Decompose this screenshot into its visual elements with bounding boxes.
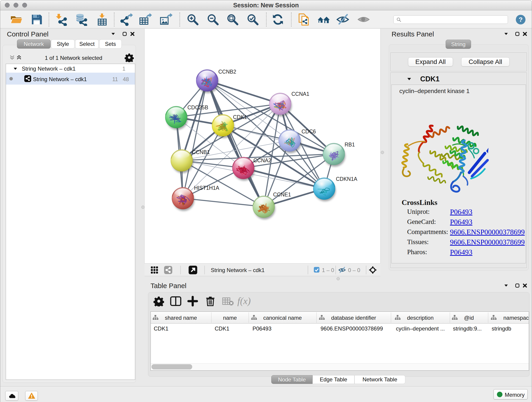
svg-text:CCNA2: CCNA2: [253, 157, 271, 163]
svg-text:CCNA1: CCNA1: [291, 91, 309, 97]
svg-text:CCNE1: CCNE1: [273, 191, 291, 198]
svg-text:CCNB1: CCNB1: [192, 149, 210, 155]
svg-text:CCNB2: CCNB2: [218, 69, 236, 75]
svg-text:CDK1: CDK1: [233, 114, 247, 120]
svg-text:CDC6: CDC6: [302, 128, 316, 134]
svg-text:CDC25B: CDC25B: [187, 104, 208, 110]
svg-text:RB1: RB1: [345, 142, 355, 148]
svg-text:CDKN1A: CDKN1A: [336, 176, 357, 182]
svg-text:HIST1H1A: HIST1H1A: [194, 185, 220, 191]
